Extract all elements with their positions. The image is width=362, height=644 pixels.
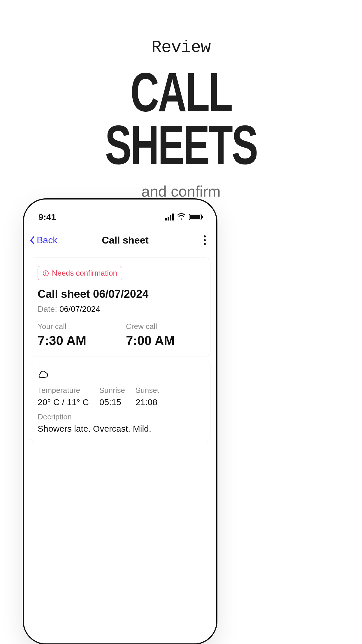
- description-label: Decription: [38, 412, 203, 421]
- temperature-label: Temperature: [38, 386, 89, 395]
- sunrise-col: Sunrise 05:15: [99, 386, 125, 407]
- callsheet-card[interactable]: Needs confirmation Call sheet 06/07/2024…: [30, 258, 210, 356]
- date-value: 06/07/2024: [59, 304, 100, 314]
- phone-frame: 9:41: [23, 198, 217, 644]
- navbar: Back Call sheet: [24, 226, 216, 255]
- times-row: Your call 7:30 AM Crew call 7:00 AM: [38, 322, 203, 348]
- sunrise-value: 05:15: [99, 397, 125, 407]
- sunset-value: 21:08: [136, 397, 159, 407]
- callsheet-date-row: Date: 06/07/2024: [38, 304, 203, 314]
- your-call-block: Your call 7:30 AM: [38, 322, 114, 348]
- status-bar: 9:41: [24, 200, 216, 226]
- sunset-label: Sunset: [136, 386, 159, 395]
- dots-vertical-icon: [204, 235, 206, 237]
- sunset-col: Sunset 21:08: [136, 386, 159, 407]
- more-button[interactable]: [199, 235, 210, 245]
- callsheet-title: Call sheet 06/07/2024: [38, 288, 203, 300]
- status-time: 9:41: [38, 212, 56, 222]
- temperature-value: 20° C / 11° C: [38, 397, 89, 407]
- date-label: Date:: [38, 304, 59, 314]
- promo-line1: Review: [0, 38, 362, 57]
- crew-call-label: Crew call: [126, 322, 203, 331]
- sunrise-label: Sunrise: [99, 386, 125, 395]
- temperature-col: Temperature 20° C / 11° C: [38, 386, 89, 407]
- crew-call-block: Crew call 7:00 AM: [126, 322, 203, 348]
- status-icons: [165, 213, 202, 221]
- crew-call-value: 7:00 AM: [126, 333, 203, 348]
- cellular-icon: [165, 214, 174, 220]
- confirmation-badge: Needs confirmation: [38, 266, 122, 280]
- weather-card[interactable]: Temperature 20° C / 11° C Sunrise 05:15 …: [30, 362, 210, 442]
- alert-icon: [43, 270, 49, 276]
- promo-line2: CALLSHEETS: [51, 66, 311, 171]
- badge-label: Needs confirmation: [52, 269, 117, 278]
- battery-icon: [189, 214, 202, 220]
- promo-line3: and confirm: [0, 183, 362, 200]
- cloud-icon: [38, 370, 203, 381]
- svg-point-2: [45, 274, 46, 275]
- chevron-left-icon: [30, 236, 35, 245]
- your-call-label: Your call: [38, 322, 114, 331]
- weather-row: Temperature 20° C / 11° C Sunrise 05:15 …: [38, 386, 203, 407]
- promo-headline: Review CALLSHEETS and confirm: [0, 38, 362, 200]
- navbar-title: Call sheet: [52, 235, 199, 246]
- your-call-value: 7:30 AM: [38, 333, 114, 348]
- wifi-icon: [177, 213, 185, 221]
- description-value: Showers late. Overcast. Mild.: [38, 424, 203, 434]
